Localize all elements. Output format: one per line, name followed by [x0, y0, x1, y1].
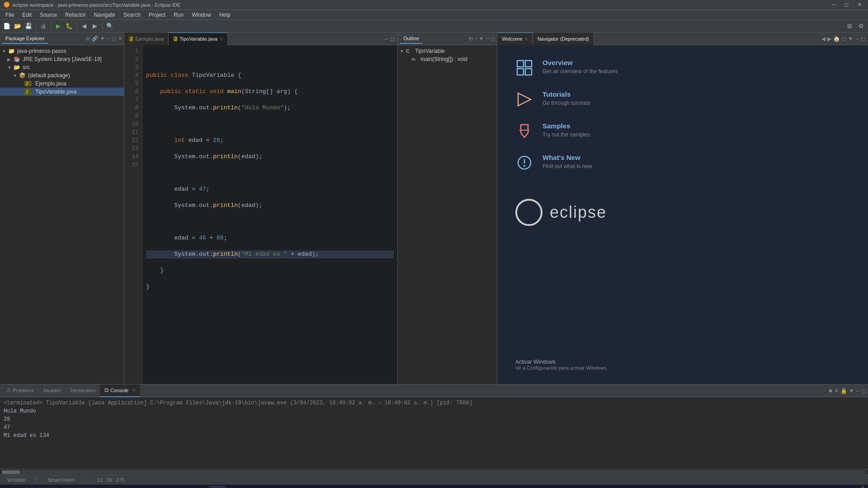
tab-outline[interactable]: Outline	[400, 34, 423, 44]
close-panel-icon[interactable]: ✕	[118, 36, 122, 42]
activate-subtitle: Ve a Configuración para activar Windows.	[515, 365, 608, 371]
maximize-panel-icon[interactable]: ◻	[112, 36, 116, 42]
bottom-tab-declaration[interactable]: Declaration	[66, 385, 100, 397]
tree-item-project[interactable]: ▼ 📁 java-primeros-pasos	[0, 47, 124, 55]
console-clear-icon[interactable]: ✕	[834, 388, 839, 394]
scrollbar-track[interactable]	[2, 470, 866, 474]
console-scroll-lock-icon[interactable]: 🔒	[840, 388, 847, 394]
menu-bar: File Edit Source Refactor Navigate Searc…	[0, 10, 868, 20]
editor-min-icon[interactable]: ─	[384, 36, 388, 42]
outline-sort-icon[interactable]: ↕	[475, 36, 477, 42]
tree-item-jre[interactable]: ▶ 📚 JRE System Library [JavaSE-19]	[0, 55, 124, 63]
taskbar-app-explorer[interactable]: 📁	[118, 486, 135, 488]
outline-minimize-icon[interactable]: ─	[486, 36, 489, 42]
welcome-maximize-icon[interactable]: ◻	[842, 36, 846, 42]
welcome-home-icon[interactable]: 🏠	[833, 36, 840, 42]
bottom-tab-problems[interactable]: ⚠ Problems	[2, 385, 38, 397]
menu-run[interactable]: Run	[170, 11, 187, 19]
svg-rect-3	[525, 69, 532, 75]
taskbar-app-taskview[interactable]: ⊟	[100, 486, 117, 488]
welcome-whatsnew[interactable]: What's New Find out what is new	[515, 154, 592, 172]
src-label: src	[23, 64, 30, 70]
toolbar-settings[interactable]: ⚙	[856, 21, 866, 31]
show-desktop-btn[interactable]	[862, 486, 864, 488]
tab-navigator[interactable]: Navigator (Deprecated)	[533, 33, 594, 45]
menu-source[interactable]: Source	[36, 11, 61, 19]
toolbar-debug[interactable]: 🐛	[64, 21, 74, 31]
console-close[interactable]: ✕	[132, 388, 136, 393]
toolbar-new[interactable]: 📄	[2, 21, 12, 31]
tab-package-explorer[interactable]: Package Explorer	[2, 34, 48, 44]
tree-item-default-package[interactable]: ▼ 📦 (default package)	[0, 71, 124, 80]
editor-max-icon[interactable]: ◻	[390, 36, 395, 42]
minimize-panel-icon[interactable]: ─	[107, 36, 110, 42]
bottom-minimize-icon[interactable]: ─	[856, 388, 860, 394]
toolbar-search[interactable]: 🔍	[105, 21, 115, 31]
bottom-scrollbar[interactable]	[0, 469, 868, 474]
outline-item-main[interactable]: m main(String[]) : void	[398, 55, 497, 63]
toolbar-perspective[interactable]: ⊞	[844, 21, 854, 31]
menu-refactor[interactable]: Refactor	[61, 11, 89, 19]
welcome-forward-icon[interactable]: ▶	[827, 36, 831, 42]
collapse-all-icon[interactable]: ⊟	[86, 36, 90, 42]
outline-item-class[interactable]: ▼ C TipoVariable	[398, 47, 497, 55]
taskbar-app-chrome[interactable]: ⬤	[155, 486, 171, 488]
tree-item-ejemplo[interactable]: J Ejemplo.java	[0, 80, 124, 88]
editor-code-area[interactable]: 1 2 3 4 5 6 7 8 9 10 11 12 13 14 15 publ…	[124, 45, 397, 384]
toolbar-next[interactable]: ▶	[90, 21, 100, 31]
minimize-btn[interactable]: ─	[829, 2, 838, 8]
menu-project[interactable]: Project	[145, 11, 169, 19]
menu-window[interactable]: Window	[188, 11, 215, 19]
menu-help[interactable]: Help	[216, 11, 234, 19]
menu-file[interactable]: File	[2, 11, 18, 19]
welcome-overview[interactable]: Overview Get an overview of the features	[515, 59, 618, 77]
bottom-maximize-icon[interactable]: ◻	[862, 388, 866, 394]
link-with-editor-icon[interactable]: 🔗	[92, 36, 98, 42]
toolbar-save[interactable]: 💾	[24, 21, 33, 31]
bottom-tab-javadoc[interactable]: Javadoc	[38, 385, 66, 397]
toolbar-run[interactable]: ▶	[53, 21, 63, 31]
tab-welcome[interactable]: Welcome ✕	[497, 33, 533, 45]
bottom-tab-console[interactable]: ⊡ Console ✕	[100, 385, 140, 397]
taskbar: ⊞ ⊟ 📁 🌐 ⬤ 📂 🎵 🟠 ☁ 17°C Mayorm. nubla... …	[0, 484, 868, 488]
start-button[interactable]: ⊞	[4, 485, 22, 488]
welcome-tab-close[interactable]: ✕	[524, 37, 528, 42]
outline-maximize-icon[interactable]: ◻	[491, 36, 495, 42]
status-sep-2	[85, 477, 86, 483]
scrollbar-thumb[interactable]	[2, 470, 20, 474]
restore-btn[interactable]: ◻	[842, 2, 851, 8]
toolbar-prev[interactable]: ◀	[79, 21, 89, 31]
code-content[interactable]: public class TipoVariable { public stati…	[142, 45, 397, 384]
view-menu-icon[interactable]: ▼	[100, 36, 105, 42]
editor-tab-close-2[interactable]: ✕	[219, 37, 223, 42]
toolbar-print[interactable]: 🖨	[38, 21, 48, 31]
svg-rect-2	[517, 69, 524, 75]
menu-navigate[interactable]: Navigate	[90, 11, 118, 19]
taskbar-app-music[interactable]: 🎵	[191, 486, 207, 488]
menu-edit[interactable]: Edit	[19, 11, 35, 19]
tree-item-src[interactable]: ▼ 📂 src	[0, 63, 124, 71]
taskbar-app-files[interactable]: 📂	[173, 486, 189, 488]
console-view-menu-icon[interactable]: ▼	[849, 388, 854, 394]
menu-search[interactable]: Search	[120, 11, 144, 19]
welcome-tutorials[interactable]: Tutorials Go through tutorials	[515, 90, 590, 108]
editor-tab-tipovariable[interactable]: J TipoVariable.java ✕	[169, 33, 228, 45]
close-btn[interactable]: ✕	[855, 2, 864, 8]
code-line-14: }	[146, 267, 394, 275]
welcome-content: Overview Get an overview of the features…	[497, 45, 868, 384]
outline-view-menu-icon[interactable]: ▼	[479, 36, 484, 42]
welcome-panel-max-icon[interactable]: ◻	[861, 36, 865, 42]
taskbar-app-browser[interactable]: 🌐	[137, 486, 153, 488]
toolbar-open[interactable]: 📂	[13, 21, 23, 31]
taskbar-app-eclipse[interactable]: 🟠	[209, 486, 225, 488]
welcome-minimize-icon[interactable]: ─	[855, 36, 859, 42]
welcome-samples[interactable]: Samples Try out the samples	[515, 122, 590, 140]
tree-arrow-src: ▼	[7, 65, 14, 70]
editor-tabbar: J Ejemplo.java J TipoVariable.java ✕ ─ ◻	[124, 33, 397, 45]
outline-hide-icon[interactable]: ⊟	[469, 36, 473, 42]
editor-tab-ejemplo[interactable]: J Ejemplo.java	[124, 33, 169, 45]
welcome-back-icon[interactable]: ◀	[821, 36, 826, 42]
welcome-view-menu-icon[interactable]: ▼	[848, 36, 854, 42]
console-stop-icon[interactable]: ■	[829, 388, 832, 394]
tree-item-tipovariable[interactable]: J TipoVariable.java	[0, 88, 124, 96]
